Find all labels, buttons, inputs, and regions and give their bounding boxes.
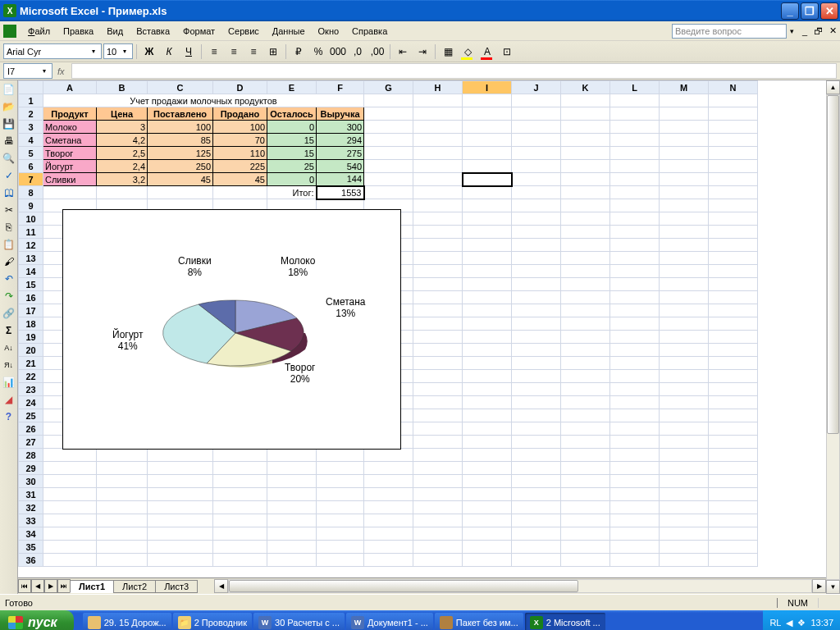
cell-H4[interactable] bbox=[413, 134, 463, 147]
scroll-thumb-v[interactable] bbox=[827, 95, 839, 434]
cell-N20[interactable] bbox=[709, 344, 758, 357]
col-header-J[interactable]: J bbox=[512, 81, 561, 94]
cell-H22[interactable] bbox=[413, 370, 463, 383]
col-header-I[interactable]: I bbox=[463, 81, 512, 94]
cell-I18[interactable] bbox=[463, 317, 512, 331]
row-header-31[interactable]: 31 bbox=[19, 488, 43, 501]
cell-K32[interactable] bbox=[561, 501, 610, 514]
cell-B5[interactable]: 2,5 bbox=[97, 147, 148, 160]
cell-A34[interactable] bbox=[43, 527, 97, 541]
cell-D32[interactable] bbox=[213, 501, 267, 514]
cell-A5[interactable]: Творог bbox=[43, 147, 97, 160]
cell-A2[interactable]: Продукт bbox=[43, 107, 97, 121]
cell-A33[interactable] bbox=[43, 514, 97, 527]
cell-M35[interactable] bbox=[660, 541, 709, 554]
cell-F7[interactable]: 144 bbox=[317, 173, 364, 186]
cell-L28[interactable] bbox=[610, 449, 660, 462]
paste-icon[interactable]: 📋 bbox=[2, 237, 16, 252]
cell-H28[interactable] bbox=[413, 449, 463, 462]
cell-M36[interactable] bbox=[660, 554, 709, 567]
cell-M19[interactable] bbox=[660, 331, 709, 344]
col-header-B[interactable]: B bbox=[97, 81, 148, 94]
cell-L23[interactable] bbox=[610, 383, 660, 396]
cell-N34[interactable] bbox=[709, 527, 758, 541]
cell-A1[interactable]: Учет продажи молочных продуктов bbox=[43, 94, 364, 107]
cell-J14[interactable] bbox=[512, 265, 561, 278]
decrease-decimal-button[interactable]: ,00 bbox=[368, 43, 386, 61]
cell-A29[interactable] bbox=[43, 462, 97, 475]
cell-H18[interactable] bbox=[413, 317, 463, 331]
cell-H16[interactable] bbox=[413, 291, 463, 304]
drawing-icon[interactable]: ◢ bbox=[2, 392, 16, 407]
cell-I24[interactable] bbox=[463, 396, 512, 409]
row-header-35[interactable]: 35 bbox=[19, 541, 43, 554]
cell-N19[interactable] bbox=[709, 331, 758, 344]
menu-insert[interactable]: Вставка bbox=[130, 24, 176, 39]
cell-B29[interactable] bbox=[97, 462, 148, 475]
cell-J12[interactable] bbox=[512, 239, 561, 252]
cell-N8[interactable] bbox=[709, 186, 758, 199]
cell-L19[interactable] bbox=[610, 331, 660, 344]
cell-H25[interactable] bbox=[413, 409, 463, 422]
cell-F8[interactable]: 1553 bbox=[317, 186, 364, 199]
cell-M12[interactable] bbox=[660, 239, 709, 252]
cell-N10[interactable] bbox=[709, 212, 758, 226]
cell-K36[interactable] bbox=[561, 554, 610, 567]
cell-M3[interactable] bbox=[660, 121, 709, 134]
cell-G29[interactable] bbox=[364, 462, 413, 475]
cell-G5[interactable] bbox=[364, 147, 413, 160]
cell-K17[interactable] bbox=[561, 304, 610, 317]
cell-K28[interactable] bbox=[561, 449, 610, 462]
cell-I4[interactable] bbox=[463, 134, 512, 147]
cell-K29[interactable] bbox=[561, 462, 610, 475]
cell-N22[interactable] bbox=[709, 370, 758, 383]
cell-E30[interactable] bbox=[267, 475, 317, 488]
comma-button[interactable]: 000 bbox=[329, 43, 347, 61]
cell-B30[interactable] bbox=[97, 475, 148, 488]
col-header-F[interactable]: F bbox=[317, 81, 364, 94]
cell-N35[interactable] bbox=[709, 541, 758, 554]
cell-J22[interactable] bbox=[512, 370, 561, 383]
cell-N31[interactable] bbox=[709, 488, 758, 501]
cell-L13[interactable] bbox=[610, 252, 660, 265]
cell-K20[interactable] bbox=[561, 344, 610, 357]
cell-G2[interactable] bbox=[364, 107, 413, 121]
cell-E35[interactable] bbox=[267, 541, 317, 554]
taskbar-item-0[interactable]: 29. 15 Дорож... bbox=[83, 613, 171, 630]
cell-N36[interactable] bbox=[709, 554, 758, 567]
cell-D8[interactable] bbox=[213, 186, 267, 199]
cell-B3[interactable]: 3 bbox=[97, 121, 148, 134]
cell-M9[interactable] bbox=[660, 199, 709, 212]
tab-nav-last[interactable]: ⏭ bbox=[57, 579, 71, 593]
cell-B36[interactable] bbox=[97, 554, 148, 567]
cell-D36[interactable] bbox=[213, 554, 267, 567]
cell-K21[interactable] bbox=[561, 357, 610, 370]
tab-nav-first[interactable]: ⏮ bbox=[18, 579, 31, 593]
cell-L9[interactable] bbox=[610, 199, 660, 212]
row-header-2[interactable]: 2 bbox=[19, 107, 43, 121]
cell-I21[interactable] bbox=[463, 357, 512, 370]
cell-B28[interactable] bbox=[97, 449, 148, 462]
col-header-H[interactable]: H bbox=[413, 81, 463, 94]
cell-A35[interactable] bbox=[43, 541, 97, 554]
cell-K10[interactable] bbox=[561, 212, 610, 226]
cell-L18[interactable] bbox=[610, 317, 660, 331]
autoformat-button[interactable]: ⊡ bbox=[498, 43, 516, 61]
menu-window[interactable]: Окно bbox=[312, 24, 346, 39]
cell-J10[interactable] bbox=[512, 212, 561, 226]
start-button[interactable]: пуск bbox=[0, 610, 74, 630]
row-header-10[interactable]: 10 bbox=[19, 212, 43, 226]
cell-J32[interactable] bbox=[512, 501, 561, 514]
increase-indent-button[interactable]: ⇥ bbox=[413, 43, 431, 61]
cell-F29[interactable] bbox=[317, 462, 364, 475]
row-header-21[interactable]: 21 bbox=[19, 357, 43, 370]
cell-M5[interactable] bbox=[660, 147, 709, 160]
cell-D2[interactable]: Продано bbox=[213, 107, 267, 121]
cell-L17[interactable] bbox=[610, 304, 660, 317]
cell-M16[interactable] bbox=[660, 291, 709, 304]
cell-H10[interactable] bbox=[413, 212, 463, 226]
cell-K15[interactable] bbox=[561, 278, 610, 291]
cell-M34[interactable] bbox=[660, 527, 709, 541]
cell-J30[interactable] bbox=[512, 475, 561, 488]
cell-I34[interactable] bbox=[463, 527, 512, 541]
